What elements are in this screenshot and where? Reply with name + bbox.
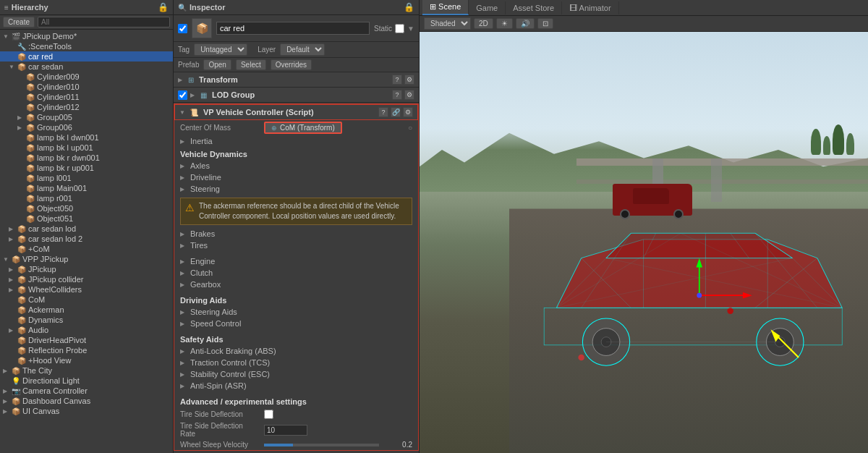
- tree-item-scenetools[interactable]: 🔧 :SceneTools: [0, 41, 173, 51]
- lod-group-help-button[interactable]: ?: [392, 90, 402, 100]
- vp-settings-button[interactable]: ⚙: [403, 107, 413, 117]
- tire-side-deflection-checkbox[interactable]: [264, 410, 273, 419]
- axles-row[interactable]: ▶ Axles: [174, 160, 418, 172]
- tree-item-com-pickup[interactable]: 📦 CoM: [0, 295, 173, 305]
- com-value: ⊕ CoM (Transform): [264, 122, 404, 134]
- steering-aids-row[interactable]: ▶ Steering Aids: [174, 306, 418, 318]
- tree-item-lamp-bkr-up[interactable]: 📦 lamp bk r up001: [0, 163, 173, 173]
- prefab-label: Prefab: [178, 61, 199, 69]
- tree-item-the-city[interactable]: ▶ 📦 The City: [0, 365, 173, 376]
- tree-item-com-sedan[interactable]: 📦 +CoM: [0, 244, 173, 254]
- esc-row[interactable]: ▶ Stability Control (ESC): [174, 368, 418, 380]
- tab-game[interactable]: Game: [469, 1, 506, 14]
- tree-arrow: ▶: [17, 124, 26, 131]
- create-button[interactable]: Create: [3, 17, 35, 27]
- obj-name-input[interactable]: [216, 22, 370, 35]
- warning-icon: ⚠: [185, 201, 195, 216]
- steering-row[interactable]: ▶ Steering: [174, 183, 418, 195]
- tree-item-cyl010[interactable]: 📦 Cylinder010: [0, 82, 173, 92]
- hierarchy-search[interactable]: [38, 17, 170, 27]
- tree-item-camera-controller[interactable]: ▶ 📷 Camera Controller: [0, 386, 173, 396]
- audio-toggle-button[interactable]: 🔊: [516, 18, 535, 29]
- lod-group-settings-button[interactable]: ⚙: [404, 90, 414, 100]
- lod-group-header[interactable]: ▶ ▦ LOD Group ? ⚙: [174, 88, 419, 102]
- tree-item-car-sedan-lod[interactable]: ▶ 📦 car sedan lod: [0, 224, 173, 234]
- tree-item-dashboard-canvas[interactable]: ▶ 📦 Dashboard Canvas: [0, 396, 173, 406]
- tree-icon: 📦: [26, 215, 35, 223]
- com-transform-button[interactable]: ⊕ CoM (Transform): [264, 122, 342, 134]
- engine-row[interactable]: ▶ Engine: [174, 255, 418, 267]
- tree-item-cyl009[interactable]: 📦 Cylinder009: [0, 72, 173, 82]
- tire-side-rate-input[interactable]: [264, 425, 307, 436]
- tree-item-root[interactable]: ▼ 🎬 JPickup Demo*: [0, 31, 173, 41]
- tree-item-dynamics[interactable]: 📦 Dynamics: [0, 315, 173, 325]
- aspin-row[interactable]: ▶ Anti-Spin (ASR): [174, 380, 418, 391]
- inertia-row[interactable]: ▶ Inertia: [174, 135, 418, 147]
- obj-active-checkbox[interactable]: [178, 24, 187, 33]
- tree-item-car-red[interactable]: 📦 car red: [0, 51, 173, 62]
- view-mode-dropdown[interactable]: Shaded: [424, 17, 471, 30]
- com-circle-icon[interactable]: ○: [408, 124, 412, 132]
- tab-asset-store[interactable]: Asset Store: [506, 1, 562, 14]
- tree-item-driverheadpivot[interactable]: 📦 DriverHeadPivot: [0, 335, 173, 345]
- tree-item-lamp-main001[interactable]: 📦 lamp Main001: [0, 183, 173, 193]
- tree-label: UI Canvas: [22, 407, 59, 415]
- lod-group-active-checkbox[interactable]: [178, 90, 187, 100]
- vp-controller-label: VP Vehicle Controller (Script): [203, 108, 375, 117]
- brakes-row[interactable]: ▶ Brakes: [174, 228, 418, 240]
- layer-dropdown[interactable]: Default: [280, 43, 325, 56]
- static-arrow[interactable]: ▼: [407, 25, 414, 33]
- prefab-overrides-button[interactable]: Overrides: [271, 59, 312, 70]
- tree-item-cyl011[interactable]: 📦 Cylinder011: [0, 92, 173, 102]
- clutch-row[interactable]: ▶ Clutch: [174, 267, 418, 279]
- static-checkbox[interactable]: [395, 24, 404, 33]
- tag-dropdown[interactable]: Untagged: [194, 43, 247, 56]
- transform-settings-button[interactable]: ⚙: [404, 75, 414, 85]
- tree-item-lamp-r001[interactable]: 📦 lamp r001: [0, 193, 173, 203]
- gearbox-row[interactable]: ▶ Gearbox: [174, 279, 418, 290]
- tree-item-hood-view[interactable]: 📦 +Hood View: [0, 355, 173, 365]
- vp-help-button[interactable]: ?: [378, 107, 388, 117]
- tree-item-lamp-bkr-dwn[interactable]: 📦 lamp bk r dwn001: [0, 153, 173, 163]
- tree-item-ui-canvas[interactable]: ▶ 📦 UI Canvas: [0, 406, 173, 416]
- tree-item-audio[interactable]: ▶ 📦 Audio: [0, 325, 173, 335]
- fx-toggle-button[interactable]: ⊡: [537, 18, 553, 29]
- tab-animator[interactable]: 🎞 Animator: [562, 1, 618, 14]
- vp-link-button[interactable]: 🔗: [391, 107, 401, 117]
- tcs-row[interactable]: ▶ Traction Control (TCS): [174, 357, 418, 368]
- tree-item-car-sedan[interactable]: ▼ 📦 car sedan: [0, 62, 173, 72]
- inspector-lock-button[interactable]: 🔒: [404, 2, 414, 12]
- vp-vehicle-controller-header[interactable]: ▼ 📜 VP Vehicle Controller (Script) ? 🔗 ⚙: [174, 104, 418, 120]
- tree-item-lamp-l001[interactable]: 📦 lamp l001: [0, 173, 173, 183]
- tree-item-group005[interactable]: ▶ 📦 Group005: [0, 112, 173, 122]
- 2d-button[interactable]: 2D: [474, 18, 493, 29]
- tab-scene[interactable]: ⊞ Scene: [422, 0, 469, 15]
- speed-control-row[interactable]: ▶ Speed Control: [174, 318, 418, 329]
- tree-item-directional-light[interactable]: 💡 Directional Light: [0, 376, 173, 386]
- tree-item-vpp-jpickup[interactable]: ▼ 📦 VPP JPickup: [0, 254, 173, 264]
- tree-item-cyl012[interactable]: 📦 Cylinder012: [0, 102, 173, 112]
- transform-help-button[interactable]: ?: [392, 75, 402, 85]
- tree-item-car-sedan-lod2[interactable]: ▶ 📦 car sedan lod 2: [0, 234, 173, 244]
- prefab-open-button[interactable]: Open: [203, 59, 231, 70]
- wheel-sleep-slider[interactable]: [264, 444, 379, 446]
- tree-item-ackerman[interactable]: 📦 Ackerman: [0, 305, 173, 315]
- tree-item-obj051[interactable]: 📦 Object051: [0, 213, 173, 224]
- tree-item-lamp-bkl-up[interactable]: 📦 lamp bk l up001: [0, 143, 173, 153]
- tree-item-obj050[interactable]: 📦 Object050: [0, 203, 173, 213]
- tree-item-jpickup-collider[interactable]: ▶ 📦 JPickup collider: [0, 274, 173, 284]
- transform-header[interactable]: ▶ ⊞ Transform ? ⚙: [174, 72, 419, 87]
- tree-item-lamp-bkl-dwn[interactable]: 📦 lamp bk l dwn001: [0, 132, 173, 143]
- abs-row[interactable]: ▶ Anti-Lock Braking (ABS): [174, 345, 418, 357]
- tree-arrow: ▶: [3, 398, 12, 405]
- driveline-row[interactable]: ▶ Driveline: [174, 172, 418, 183]
- tires-row[interactable]: ▶ Tires: [174, 240, 418, 251]
- prefab-select-button[interactable]: Select: [236, 59, 266, 70]
- tree-item-jpickup[interactable]: ▶ 📦 JPickup: [0, 264, 173, 274]
- scene-view[interactable]: [420, 32, 868, 453]
- tree-item-reflection-probe[interactable]: 📦 Reflection Probe: [0, 345, 173, 355]
- tree-item-group006[interactable]: ▶ 📦 Group006: [0, 122, 173, 132]
- tree-item-wheelcolliders[interactable]: ▶ 📦 WheelColliders: [0, 284, 173, 295]
- hierarchy-lock-button[interactable]: 🔒: [158, 2, 169, 12]
- light-toggle-button[interactable]: ☀: [496, 18, 513, 29]
